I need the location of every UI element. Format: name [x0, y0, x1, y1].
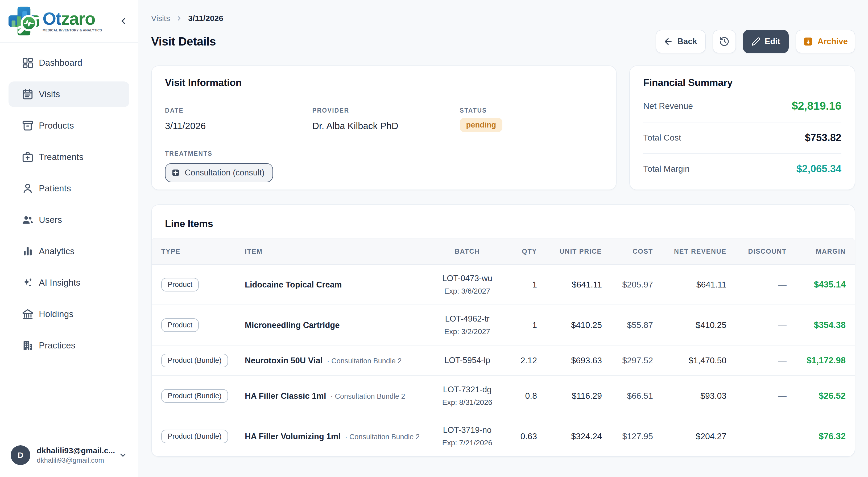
- brand-logo-icon: [8, 6, 39, 36]
- batch-exp: Exp: 3/6/2027: [436, 287, 498, 295]
- financial-summary-card: Financial Summary Net Revenue$2,819.16To…: [629, 65, 855, 190]
- provider-label: PROVIDER: [312, 107, 456, 114]
- column-header-qty: QTY: [498, 247, 537, 255]
- back-button[interactable]: Back: [656, 30, 706, 53]
- fs-row-label: Total Cost: [643, 133, 681, 143]
- people-icon: [21, 213, 34, 226]
- discount-cell: —: [726, 280, 786, 290]
- net-revenue-cell: $1,470.50: [653, 356, 726, 365]
- batch-exp: Exp: 8/31/2026: [436, 398, 498, 407]
- sidebar-item-visits[interactable]: Visits: [8, 82, 129, 107]
- item-name: HA Filler Volumizing 1ml: [245, 432, 341, 441]
- batch-lot: LOT-4962-tr: [436, 314, 498, 324]
- sidebar-item-ai-insights[interactable]: AI Insights: [8, 270, 129, 295]
- sidebar-item-analytics[interactable]: Analytics: [8, 239, 129, 264]
- edit-button[interactable]: Edit: [743, 30, 789, 53]
- sidebar-item-label: Practices: [39, 340, 75, 351]
- fs-row-value: $753.82: [805, 132, 841, 144]
- batch-exp: Exp: 3/2/2027: [436, 327, 498, 336]
- line-items-card: Line Items TYPEITEMBATCHQTYUNIT PRICECOS…: [151, 204, 855, 457]
- cost-cell: $297.52: [602, 356, 653, 365]
- cost-cell: $66.51: [602, 391, 653, 401]
- breadcrumb-visits-link[interactable]: Visits: [151, 14, 170, 23]
- archive-button[interactable]: Archive: [796, 30, 855, 53]
- net-revenue-cell: $93.03: [653, 391, 726, 401]
- visit-information-title: Visit Information: [165, 77, 603, 88]
- item-bundle: · Consultation Bundle 2: [325, 357, 402, 365]
- sidebar-item-label: Visits: [39, 89, 60, 99]
- visit-provider-field: PROVIDER Dr. Alba Kilback PhD: [312, 107, 456, 132]
- chevron-down-icon[interactable]: [119, 451, 127, 459]
- margin-cell: $1,172.98: [786, 355, 846, 365]
- visit-information-card: Visit Information DATE 3/11/2026 PROVIDE…: [151, 65, 617, 190]
- discount-cell: —: [726, 391, 786, 401]
- treatment-chip[interactable]: Consultation (consult): [165, 163, 273, 182]
- sidebar-item-label: Analytics: [39, 246, 74, 256]
- margin-cell: $26.52: [786, 391, 846, 401]
- item-name: HA Filler Classic 1ml: [245, 391, 326, 400]
- sidebar-item-users[interactable]: Users: [8, 207, 129, 233]
- cost-cell: $127.95: [602, 431, 653, 441]
- visit-treatments-field: TREATMENTS Consultation (consult): [165, 150, 603, 182]
- history-icon: [719, 36, 730, 47]
- provider-value: Dr. Alba Kilback PhD: [312, 121, 456, 131]
- batch-cell: LOT-7321-dgExp: 8/31/2026: [436, 376, 498, 416]
- sidebar-collapse-button[interactable]: [118, 15, 129, 27]
- fs-row-value: $2,819.16: [792, 99, 841, 112]
- page-title: Visit Details: [151, 35, 216, 48]
- qty-cell: 2.12: [498, 356, 537, 365]
- column-header-discount: DISCOUNT: [726, 247, 786, 255]
- unit-price-cell: $693.63: [537, 356, 602, 365]
- type-badge: Product: [161, 278, 199, 292]
- sidebar-item-products[interactable]: Products: [8, 113, 129, 139]
- sidebar-user[interactable]: D dkhalili93@gmail.c... dkhalili93@gmail…: [0, 433, 138, 477]
- net-revenue-cell: $204.27: [653, 431, 726, 441]
- sidebar-item-holdings[interactable]: Holdings: [8, 301, 129, 327]
- column-header-type: TYPE: [161, 247, 245, 255]
- sidebar-item-patients[interactable]: Patients: [8, 176, 129, 201]
- history-button[interactable]: [713, 30, 736, 53]
- sidebar-item-treatments[interactable]: Treatments: [8, 144, 129, 170]
- qty-cell: 1: [498, 280, 537, 290]
- visit-date-field: DATE 3/11/2026: [165, 107, 308, 132]
- sparkles-icon: [21, 276, 34, 289]
- unit-price-cell: $410.25: [537, 320, 602, 330]
- sidebar: Otzaro MEDICAL INVENTORY & ANALYTICS Das…: [0, 0, 138, 477]
- toolbar: Back Edit Archive: [656, 30, 855, 53]
- bar-chart-icon: [21, 245, 34, 258]
- building-icon: [21, 339, 34, 352]
- sidebar-item-dashboard[interactable]: Dashboard: [8, 50, 129, 76]
- unit-price-cell: $116.29: [537, 391, 602, 401]
- batch-cell: LOT-4962-trExp: 3/2/2027: [436, 305, 498, 345]
- financial-summary-rows: Net Revenue$2,819.16Total Cost$753.82Tot…: [643, 90, 841, 184]
- arrow-left-icon: [663, 36, 673, 47]
- avatar: D: [11, 445, 30, 465]
- batch-cell: LOT-5954-lp: [436, 347, 498, 374]
- qty-cell: 1: [498, 320, 537, 330]
- sidebar-nav: DashboardVisitsProductsTreatmentsPatient…: [0, 42, 138, 433]
- margin-cell: $354.38: [786, 320, 846, 330]
- item-bundle: · Consultation Bundle 2: [328, 392, 405, 400]
- line-items-header-row: TYPEITEMBATCHQTYUNIT PRICECOSTNET REVENU…: [152, 238, 855, 265]
- sidebar-item-label: AI Insights: [39, 278, 80, 288]
- batch-lot: LOT-3719-no: [436, 425, 498, 435]
- net-revenue-cell: $641.11: [653, 280, 726, 290]
- qty-cell: 0.63: [498, 431, 537, 441]
- line-items-title: Line Items: [152, 205, 855, 238]
- type-badge: Product (Bundle): [161, 389, 228, 403]
- sidebar-item-label: Holdings: [39, 309, 73, 319]
- sidebar-item-label: Products: [39, 121, 74, 131]
- column-header-batch: BATCH: [436, 247, 498, 255]
- type-badge: Product: [161, 318, 199, 332]
- line-item-row: ProductLidocaine Topical CreamLOT-0473-w…: [152, 265, 855, 305]
- brand-name: Otzaro MEDICAL INVENTORY & ANALYTICS: [42, 10, 102, 32]
- type-badge: Product (Bundle): [161, 429, 228, 443]
- line-item-row: ProductMicroneedling CartridgeLOT-4962-t…: [152, 305, 855, 346]
- fs-row-value: $2,065.34: [797, 163, 841, 175]
- column-header-item: ITEM: [245, 247, 436, 255]
- sidebar-item-label: Patients: [39, 183, 71, 193]
- sidebar-item-practices[interactable]: Practices: [8, 333, 129, 358]
- visit-status-field: STATUS pending: [460, 107, 603, 132]
- financial-summary-row: Net Revenue$2,819.16: [643, 90, 841, 122]
- line-item-row: Product (Bundle)Neurotoxin 50U Vial · Co…: [152, 346, 855, 376]
